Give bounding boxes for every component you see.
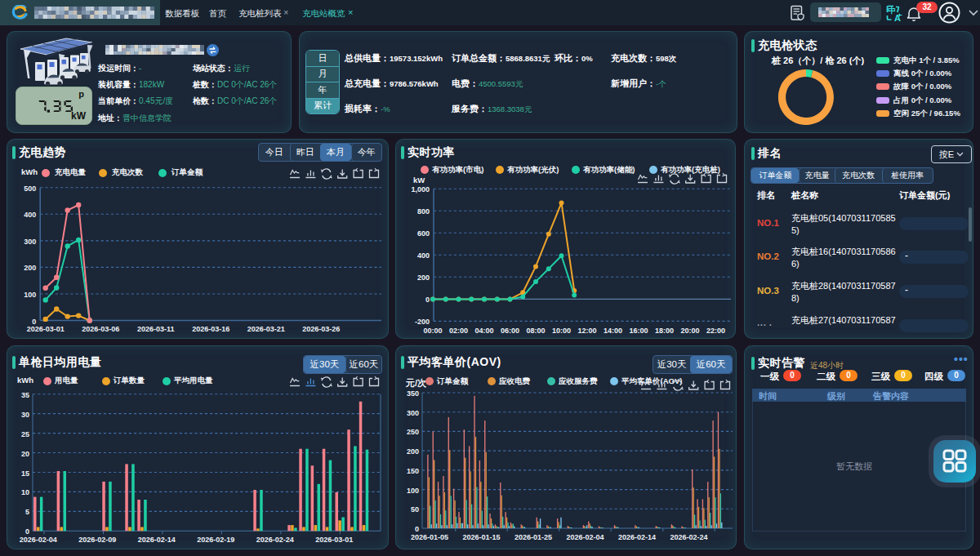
svg-text:200: 200 — [24, 264, 36, 272]
svg-text:0: 0 — [425, 296, 430, 304]
svg-text:0: 0 — [415, 525, 419, 533]
svg-text:20: 20 — [21, 450, 29, 458]
svg-text:20:00: 20:00 — [680, 327, 699, 335]
svg-text:2026-03-06: 2026-03-06 — [82, 325, 119, 333]
svg-text:2026-01-15: 2026-01-15 — [462, 533, 500, 541]
svg-text:2026-02-24: 2026-02-24 — [256, 536, 294, 544]
svg-text:2026-02-14: 2026-02-14 — [138, 536, 176, 544]
svg-text:300: 300 — [407, 409, 419, 417]
svg-text:2026-02-14: 2026-02-14 — [618, 533, 656, 541]
svg-text:02:00: 02:00 — [449, 327, 468, 335]
svg-text:2026-03-11: 2026-03-11 — [137, 325, 175, 333]
svg-text:30: 30 — [21, 411, 29, 419]
svg-text:400: 400 — [24, 211, 36, 219]
svg-text:00:00: 00:00 — [423, 327, 442, 335]
svg-text:400: 400 — [417, 251, 430, 260]
svg-text:10:00: 10:00 — [552, 327, 571, 335]
svg-text:1,000: 1,000 — [411, 185, 430, 193]
svg-text:2026-02-04: 2026-02-04 — [566, 533, 604, 541]
svg-text:15: 15 — [21, 469, 29, 478]
svg-text:2026-02-24: 2026-02-24 — [670, 533, 707, 541]
svg-text:600: 600 — [417, 229, 430, 238]
svg-text:08:00: 08:00 — [526, 327, 545, 335]
svg-text:2026-03-16: 2026-03-16 — [192, 325, 229, 333]
svg-text:0: 0 — [32, 318, 36, 326]
svg-text:50: 50 — [411, 505, 419, 514]
svg-text:2026-02-09: 2026-02-09 — [78, 536, 116, 544]
svg-text:2026-02-19: 2026-02-19 — [197, 536, 234, 544]
svg-text:200: 200 — [407, 447, 419, 456]
svg-text:06:00: 06:00 — [501, 327, 519, 335]
svg-text:12:00: 12:00 — [577, 327, 596, 335]
svg-text:14:00: 14:00 — [604, 327, 622, 335]
svg-text:5: 5 — [25, 508, 29, 516]
svg-text:350: 350 — [407, 389, 419, 398]
svg-text:-200: -200 — [415, 318, 430, 326]
svg-text:2026-03-21: 2026-03-21 — [247, 325, 285, 333]
svg-text:25: 25 — [21, 430, 29, 438]
svg-text:800: 800 — [417, 207, 430, 216]
svg-text:100: 100 — [407, 487, 419, 495]
svg-text:2026-02-04: 2026-02-04 — [20, 536, 57, 544]
svg-text:2026-03-01: 2026-03-01 — [27, 325, 65, 333]
svg-text:200: 200 — [417, 274, 430, 282]
svg-text:16:00: 16:00 — [629, 327, 648, 335]
svg-text:2026-01-25: 2026-01-25 — [514, 533, 552, 541]
svg-text:2026-01-05: 2026-01-05 — [411, 533, 448, 541]
svg-text:35: 35 — [21, 391, 29, 399]
svg-text:0: 0 — [25, 527, 29, 536]
svg-text:22:00: 22:00 — [706, 327, 725, 335]
svg-text:300: 300 — [24, 238, 36, 246]
svg-text:04:00: 04:00 — [474, 327, 493, 335]
svg-text:18:00: 18:00 — [655, 327, 674, 335]
svg-text:500: 500 — [24, 185, 36, 193]
svg-text:10: 10 — [21, 488, 29, 496]
svg-text:250: 250 — [407, 428, 419, 436]
svg-text:2026-03-26: 2026-03-26 — [302, 325, 340, 333]
svg-text:2026-03-01: 2026-03-01 — [315, 536, 353, 544]
svg-text:100: 100 — [24, 291, 36, 299]
svg-text:150: 150 — [407, 467, 419, 475]
